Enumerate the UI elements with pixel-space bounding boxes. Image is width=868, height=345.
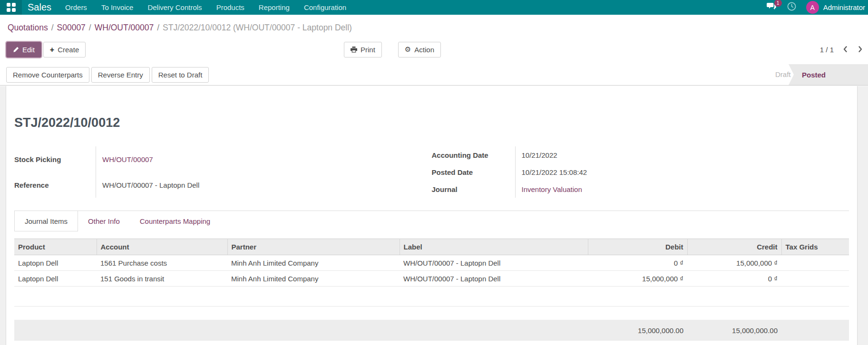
cell-credit: 15,000,000 ₫ <box>687 255 781 271</box>
breadcrumb-separator: / <box>89 23 91 32</box>
pager: 1 / 1 <box>820 42 864 58</box>
print-button-label: Print <box>361 46 375 54</box>
breadcrumb-quotations[interactable]: Quotations <box>8 23 48 32</box>
cell-partner: Minh Anh Limited Company <box>227 255 400 271</box>
gear-icon: ⚙ <box>405 46 411 53</box>
record-title: STJ/2022/10/0012 <box>14 115 849 130</box>
nav-item-delivery-controls[interactable]: Delivery Controls <box>140 0 209 15</box>
breadcrumb-separator: / <box>157 23 159 32</box>
empty-table-row[interactable] <box>14 287 849 307</box>
create-button-label: Create <box>58 46 79 54</box>
breadcrumb-current: STJ/2022/10/0012 (WH/OUT/00007 - Laptopn… <box>163 23 352 32</box>
message-count-badge: 1 <box>774 0 782 7</box>
action-button-label: Action <box>414 46 434 54</box>
pager-value: 1 / 1 <box>820 46 834 54</box>
tab-other-info[interactable]: Other Info <box>78 211 130 231</box>
total-credit: 15,000,000.00 <box>687 326 781 335</box>
main-menu: Orders To Invoice Delivery Controls Prod… <box>58 0 353 15</box>
col-header-label[interactable]: Label <box>400 239 588 255</box>
cell-account: 151 Goods in transit <box>97 271 227 287</box>
top-navbar: Sales Orders To Invoice Delivery Control… <box>0 0 868 15</box>
tab-journal-items[interactable]: Journal Items <box>14 211 78 231</box>
cell-label: WH/OUT/00007 - Laptopn Dell <box>400 271 588 287</box>
status-posted-label: Posted <box>802 71 826 79</box>
cell-partner: Minh Anh Limited Company <box>227 271 400 287</box>
breadcrumb-separator: / <box>51 23 54 32</box>
reference-value: WH/OUT/00007 - Laptopn Dell <box>96 172 432 198</box>
status-posted[interactable]: Posted <box>789 64 868 85</box>
edit-button-label: Edit <box>22 46 35 54</box>
cell-label: WH/OUT/00007 - Laptopn Dell <box>400 255 588 271</box>
content-area: STJ/2022/10/0012 Stock Picking WH/OUT/00… <box>0 86 868 345</box>
cell-tax-grids <box>781 255 849 271</box>
stock-picking-link[interactable]: WH/OUT/00007 <box>96 146 432 172</box>
edit-button[interactable]: Edit <box>6 42 41 58</box>
cell-debit: 0 ₫ <box>588 255 687 271</box>
posted-date-value: 10/21/2022 15:08:42 <box>516 163 849 181</box>
journal-link[interactable]: Inventory Valuation <box>516 181 849 198</box>
breadcrumb: Quotations/S00007/WH/OUT/00007/STJ/2022/… <box>8 23 352 33</box>
col-header-account[interactable]: Account <box>97 239 227 255</box>
avatar: A <box>806 1 819 14</box>
chevron-left-icon <box>842 46 848 54</box>
cell-product: Laptopn Dell <box>14 255 97 271</box>
status-row: Remove Counterparts Reverse Entry Reset … <box>0 64 868 86</box>
cell-tax-grids <box>781 271 849 287</box>
reverse-entry-button[interactable]: Reverse Entry <box>91 67 150 83</box>
nav-item-products[interactable]: Products <box>209 0 252 15</box>
field-label: Journal <box>432 181 516 198</box>
cell-product: Laptopn Dell <box>14 271 97 287</box>
messages-button[interactable]: 1 <box>767 3 777 12</box>
journal-items-table: Product Account Partner Label Debit Cred… <box>14 239 849 307</box>
col-header-credit[interactable]: Credit <box>687 239 781 255</box>
apps-grid-icon <box>7 3 16 12</box>
field-journal: Journal Inventory Valuation <box>432 181 849 198</box>
col-header-debit[interactable]: Debit <box>588 239 687 255</box>
create-button[interactable]: + Create <box>43 42 86 58</box>
app-name[interactable]: Sales <box>22 0 58 15</box>
field-group: Stock Picking WH/OUT/00007 Reference WH/… <box>14 146 849 198</box>
plus-icon: + <box>50 46 54 54</box>
user-name: Administrator <box>823 3 865 11</box>
accounting-date-value: 10/21/2022 <box>516 146 849 163</box>
apps-menu-button[interactable] <box>0 0 22 15</box>
cell-credit: 0 ₫ <box>687 271 781 287</box>
table-row[interactable]: Laptopn Dell 1561 Purchase costs Minh An… <box>14 255 849 271</box>
field-label: Accounting Date <box>432 146 516 163</box>
total-debit: 15,000,000.00 <box>588 326 687 335</box>
status-draft[interactable]: Draft <box>775 64 791 85</box>
cell-debit: 15,000,000 ₫ <box>588 271 687 287</box>
field-stock-picking: Stock Picking WH/OUT/00007 <box>14 146 432 172</box>
remove-counterparts-button[interactable]: Remove Counterparts <box>6 67 89 83</box>
action-button[interactable]: ⚙ Action <box>398 42 441 58</box>
breadcrumb-wh-out[interactable]: WH/OUT/00007 <box>95 23 154 32</box>
print-button[interactable]: Print <box>344 42 382 58</box>
pencil-icon <box>13 47 19 53</box>
activities-button[interactable] <box>787 2 796 13</box>
pager-next-button[interactable] <box>857 45 864 55</box>
table-header-row: Product Account Partner Label Debit Cred… <box>14 239 849 255</box>
nav-item-reporting[interactable]: Reporting <box>252 0 297 15</box>
user-menu[interactable]: A Administrator <box>806 1 865 14</box>
reset-to-draft-button[interactable]: Reset to Draft <box>152 67 209 83</box>
tab-counterparts-mapping[interactable]: Counterparts Mapping <box>130 211 220 231</box>
pager-previous-button[interactable] <box>841 45 849 55</box>
col-header-product[interactable]: Product <box>14 239 97 255</box>
field-reference: Reference WH/OUT/00007 - Laptopn Dell <box>14 172 432 198</box>
clock-icon <box>787 2 796 13</box>
nav-item-to-invoice[interactable]: To Invoice <box>94 0 141 15</box>
printer-icon <box>351 47 357 53</box>
chevron-right-icon <box>858 46 863 54</box>
breadcrumb-s00007[interactable]: S00007 <box>57 23 86 32</box>
nav-item-orders[interactable]: Orders <box>58 0 94 15</box>
field-posted-date: Posted Date 10/21/2022 15:08:42 <box>432 163 849 181</box>
field-label: Stock Picking <box>14 146 96 172</box>
form-sheet: STJ/2022/10/0012 Stock Picking WH/OUT/00… <box>6 86 858 345</box>
odoo-screen: Sales Orders To Invoice Delivery Control… <box>0 0 868 345</box>
breadcrumb-row: Quotations/S00007/WH/OUT/00007/STJ/2022/… <box>0 15 868 40</box>
statusbar: Draft Posted <box>732 64 868 85</box>
nav-item-configuration[interactable]: Configuration <box>297 0 353 15</box>
table-row[interactable]: Laptopn Dell 151 Goods in transit Minh A… <box>14 271 849 287</box>
col-header-partner[interactable]: Partner <box>227 239 400 255</box>
col-header-tax-grids[interactable]: Tax Grids <box>781 239 849 255</box>
